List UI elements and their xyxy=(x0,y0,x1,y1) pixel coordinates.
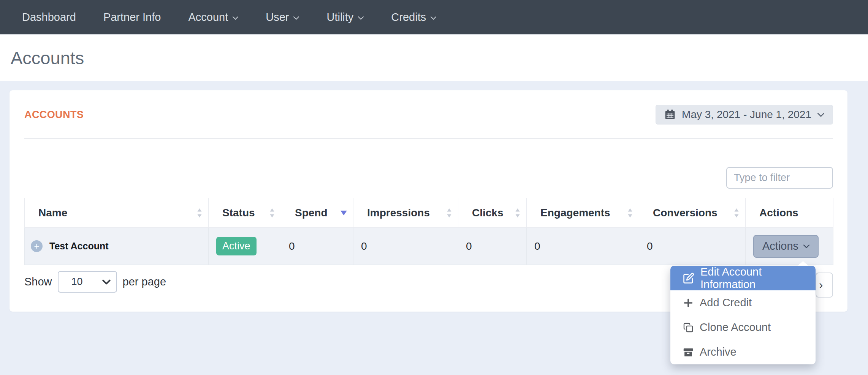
sort-icon xyxy=(734,208,739,217)
column-header-impressions[interactable]: Impressions xyxy=(353,198,458,228)
date-range-label: May 3, 2021 - June 1, 2021 xyxy=(682,109,811,121)
sort-icon xyxy=(269,208,275,217)
menu-item-label: Clone Account xyxy=(700,321,771,334)
chevron-down-icon xyxy=(233,16,238,20)
panel-header: ACCOUNTS May 3, 2021 - June 1, 2021 xyxy=(24,105,833,124)
nav-item-label: Partner Info xyxy=(103,11,161,24)
page-title: Accounts xyxy=(11,47,84,68)
show-label: Show xyxy=(24,276,52,288)
cell-actions: Actions xyxy=(746,228,833,265)
edit-icon xyxy=(683,273,694,284)
nav-item-label: Account xyxy=(188,11,228,24)
clone-icon xyxy=(683,322,694,333)
per-page-value: 10 xyxy=(71,276,83,288)
menu-item-add-credit[interactable]: Add Credit xyxy=(670,290,816,315)
nav-item-account[interactable]: Account xyxy=(174,11,252,24)
sort-icon xyxy=(627,208,633,217)
actions-button[interactable]: Actions xyxy=(753,235,819,258)
menu-item-label: Edit Account Information xyxy=(700,266,816,291)
filter-row xyxy=(24,167,833,189)
nav-item-label: User xyxy=(266,11,289,24)
cell-spend: 0 xyxy=(281,228,353,265)
column-header-engagements[interactable]: Engagements xyxy=(527,198,639,228)
panel-title: ACCOUNTS xyxy=(24,109,84,121)
sort-icon xyxy=(515,208,520,217)
accounts-table: Name Status Spend Impressions Clicks Eng… xyxy=(24,198,833,265)
table-header-row: Name Status Spend Impressions Clicks Eng… xyxy=(25,198,833,228)
date-range-button[interactable]: May 3, 2021 - June 1, 2021 xyxy=(656,105,833,124)
pagination-next-icon: › xyxy=(819,278,823,292)
nav-item-dashboard[interactable]: Dashboard xyxy=(22,11,90,24)
actions-button-label: Actions xyxy=(762,240,798,252)
menu-item-label: Archive xyxy=(700,346,737,358)
column-header-conversions[interactable]: Conversions xyxy=(639,198,746,228)
nav-item-label: Credits xyxy=(391,11,426,24)
actions-dropdown-menu: Edit Account Information Add Credit Clon… xyxy=(670,266,816,364)
expand-row-icon[interactable]: + xyxy=(31,240,43,252)
cell-clicks: 0 xyxy=(458,228,527,265)
nav-item-partner-info[interactable]: Partner Info xyxy=(90,11,175,24)
column-header-status[interactable]: Status xyxy=(209,198,281,228)
chevron-down-icon xyxy=(817,113,824,117)
status-badge: Active xyxy=(216,237,257,255)
cell-conversions: 0 xyxy=(639,228,746,265)
top-navbar: Dashboard Partner Info Account User Util… xyxy=(0,0,868,35)
cell-engagements: 0 xyxy=(527,228,639,265)
cell-name: + Test Account xyxy=(25,228,209,265)
table-row: + Test Account Active 0 0 0 0 0 Actions xyxy=(25,228,833,265)
menu-item-archive[interactable]: Archive xyxy=(670,340,816,364)
panel-divider xyxy=(24,138,833,139)
menu-item-edit-account-information[interactable]: Edit Account Information xyxy=(670,266,816,290)
filter-input[interactable] xyxy=(726,167,833,189)
column-header-name[interactable]: Name xyxy=(25,198,209,228)
nav-item-user[interactable]: User xyxy=(252,11,313,24)
chevron-down-icon xyxy=(358,16,364,20)
dropdown-caret xyxy=(797,261,809,266)
calendar-icon xyxy=(664,109,676,120)
column-header-spend[interactable]: Spend xyxy=(281,198,353,228)
nav-item-utility[interactable]: Utility xyxy=(313,11,377,24)
cell-impressions: 0 xyxy=(353,228,458,265)
page-title-bar: Accounts xyxy=(0,35,868,81)
column-header-actions: Actions xyxy=(746,198,833,228)
per-page-select[interactable]: 10 xyxy=(58,271,117,293)
sort-icon xyxy=(447,208,452,217)
nav-item-label: Utility xyxy=(326,11,353,24)
chevron-down-icon xyxy=(803,244,809,248)
account-name: Test Account xyxy=(49,241,109,252)
nav-item-label: Dashboard xyxy=(22,11,76,24)
column-header-clicks[interactable]: Clicks xyxy=(458,198,527,228)
sort-icon xyxy=(197,208,202,217)
nav-item-credits[interactable]: Credits xyxy=(377,11,450,24)
sort-desc-icon xyxy=(341,210,347,215)
menu-item-label: Add Credit xyxy=(700,296,752,309)
pagination-next-button[interactable]: › xyxy=(816,273,833,298)
chevron-down-icon xyxy=(293,16,299,20)
archive-icon xyxy=(683,347,694,358)
chevron-down-icon xyxy=(431,16,436,20)
chevron-down-icon xyxy=(102,279,111,285)
cell-status: Active xyxy=(209,228,281,265)
menu-item-clone-account[interactable]: Clone Account xyxy=(670,315,816,340)
plus-icon xyxy=(683,298,694,308)
per-page-label: per page xyxy=(123,276,166,288)
